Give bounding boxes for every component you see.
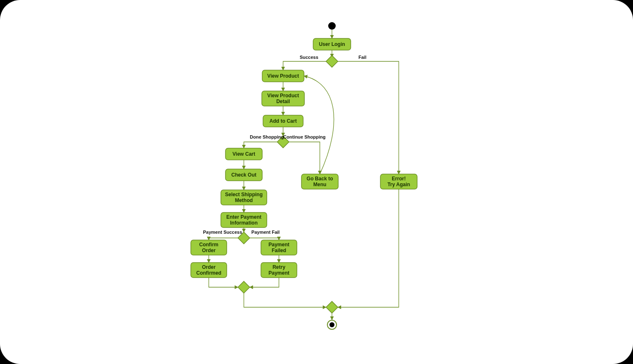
node-order-confirmed: Order Confirmed: [191, 263, 227, 278]
start-node: [328, 22, 336, 30]
edge-retry-merge: [250, 278, 279, 287]
label-order-confirmed-2: Confirmed: [196, 270, 221, 276]
label-login-success: Success: [300, 55, 319, 60]
label-view-detail-2: Detail: [276, 99, 290, 104]
label-select-ship-1: Select Shipping: [225, 192, 263, 197]
label-check-out: Check Out: [231, 172, 256, 178]
label-pay-fail: Payment Fail: [251, 230, 280, 235]
svg-rect-18: [326, 301, 338, 313]
label-continue-shopping: Continue Shopping: [283, 134, 325, 139]
edge-error-final: [338, 189, 399, 307]
edge-login-fail: [338, 61, 399, 174]
edge-merge-final-left: [244, 293, 326, 307]
label-view-product: View Product: [267, 73, 299, 79]
label-view-cart: View Cart: [233, 151, 255, 157]
label-pay-success: Payment Success: [203, 230, 242, 235]
label-add-cart: Add to Cart: [269, 118, 296, 124]
node-enter-payment: Enter Payment Information: [221, 212, 267, 228]
edge-goback-viewproduct: [304, 76, 334, 174]
label-select-ship-2: Method: [235, 197, 253, 203]
label-enter-pay-1: Enter Payment: [226, 214, 261, 220]
node-error-try-again: Error! Try Again: [380, 174, 417, 189]
label-confirm-order-1: Confirm: [199, 242, 218, 248]
node-go-back-menu: Go Back to Menu: [301, 174, 338, 189]
label-payment-failed-2: Failed: [272, 248, 286, 253]
label-confirm-order-2: Order: [202, 248, 216, 253]
label-error-2: Try Again: [387, 182, 410, 187]
label-user-login: User Login: [319, 41, 345, 47]
end-node: [329, 322, 334, 327]
label-retry-payment-1: Retry: [273, 264, 286, 270]
label-payment-failed-1: Payment: [268, 242, 289, 248]
label-retry-payment-2: Payment: [268, 270, 289, 276]
label-error-1: Error!: [392, 176, 405, 182]
node-check-out: Check Out: [225, 169, 262, 181]
label-go-back-1: Go Back to: [306, 176, 333, 182]
node-view-product-detail: View Product Detail: [262, 91, 304, 106]
label-go-back-2: Menu: [313, 182, 326, 187]
edge-login-success: [283, 61, 326, 70]
merge-final: [326, 301, 338, 313]
decision-login: [326, 56, 338, 67]
edge-continue-shopping: [289, 142, 320, 174]
label-order-confirmed-1: Order: [202, 264, 216, 270]
node-add-to-cart: Add to Cart: [263, 115, 303, 127]
label-view-detail-1: View Product: [267, 93, 299, 99]
activity-diagram: User Login Success Fail View Product Vie…: [0, 0, 633, 364]
edge-done-shopping: [244, 142, 277, 148]
node-confirm-order: Confirm Order: [191, 240, 227, 255]
svg-rect-15: [238, 281, 250, 293]
svg-rect-1: [326, 56, 338, 67]
node-user-login: User Login: [313, 38, 351, 50]
label-done-shopping: Done Shopping: [250, 134, 284, 139]
edge-confirmed-merge: [209, 278, 238, 287]
merge-payment: [238, 281, 250, 293]
node-view-product: View Product: [262, 70, 304, 82]
node-retry-payment: Retry Payment: [261, 263, 297, 278]
node-view-cart: View Cart: [225, 148, 262, 160]
node-select-shipping: Select Shipping Method: [221, 190, 267, 205]
label-enter-pay-2: Information: [230, 220, 258, 226]
label-login-fail: Fail: [359, 55, 367, 60]
node-payment-failed: Payment Failed: [261, 240, 297, 255]
diagram-canvas: User Login Success Fail View Product Vie…: [0, 0, 633, 364]
